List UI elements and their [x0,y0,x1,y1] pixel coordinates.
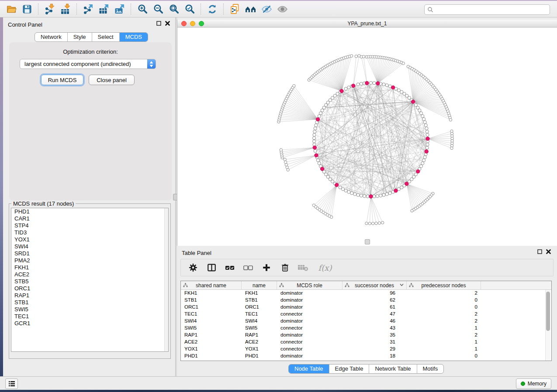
table-row[interactable]: SWI5SWI5connector431 [181,325,551,332]
network-view-canvas[interactable] [177,28,557,246]
table-header-row: shared namenameMCDS rolesuccessor nodesp… [181,281,551,290]
table-row[interactable]: SWI4SWI4dominator462 [181,318,551,325]
tab-mcds[interactable]: MCDS [119,33,148,41]
tab-network[interactable]: Network [35,33,67,41]
table-cell: 0 [407,297,481,304]
close-panel-icon[interactable] [546,249,551,254]
memory-button[interactable]: Memory [516,378,551,389]
list-item[interactable]: SWI4 [11,243,168,250]
table-cell: dominator [277,318,343,325]
create-column-button[interactable] [260,261,273,274]
delete-column-button[interactable] [279,261,291,274]
list-item[interactable]: YOX1 [11,236,168,243]
list-item[interactable]: PMA2 [11,257,168,264]
float-panel-icon[interactable] [537,249,542,254]
network-table-splitter-grip[interactable] [365,239,370,244]
list-item[interactable]: SWI5 [11,306,168,313]
table-row[interactable]: ORC1ORC1dominator610 [181,304,551,311]
import-network-button[interactable] [42,3,58,16]
table-row[interactable]: RAP1RAP1dominator352 [181,332,551,339]
table-row[interactable]: TEC1TEC1connector472 [181,311,551,318]
tab-node-table[interactable]: Node Table [289,364,329,373]
export-table-button[interactable] [96,3,112,16]
new-network-from-selection-button[interactable] [227,3,243,16]
network-window-titlebar[interactable]: YPA_prune.txt_1 [177,20,557,28]
search-input[interactable] [433,6,550,13]
first-neighbors-button[interactable] [243,3,259,16]
tab-motifs[interactable]: Motifs [417,364,444,373]
node-table: shared namenameMCDS rolesuccessor nodesp… [180,281,552,361]
optimization-criterion-label: Optimization criterion: [9,48,172,55]
list-item[interactable]: STB5 [11,278,168,285]
deselect-all-button[interactable] [242,261,254,274]
zoom-out-button[interactable] [150,3,166,16]
column-header[interactable]: MCDS role [277,281,343,289]
show-all-button[interactable] [274,3,290,16]
column-view-icon [207,263,217,272]
list-item[interactable]: ORC1 [11,285,168,292]
zoom-selected-button[interactable] [182,3,197,16]
refresh-icon [207,3,218,15]
export-image-button[interactable] [112,3,128,16]
tab-edge-table[interactable]: Edge Table [329,364,369,373]
search-field[interactable] [424,4,550,15]
table-cell: SWI4 [181,318,242,325]
export-network-button[interactable] [80,3,96,16]
table-cell: ACE2 [242,339,277,346]
list-item[interactable]: FKH1 [11,264,168,271]
table-row[interactable]: FKH1FKH1dominator962 [181,290,551,297]
float-panel-icon[interactable] [156,21,161,26]
run-mcds-button[interactable]: Run MCDS [41,75,83,85]
tab-select[interactable]: Select [92,33,119,41]
checked-boxes-icon [224,263,235,272]
table-row[interactable]: ACE2ACE2connector311 [181,339,551,346]
table-cell: SWI4 [242,318,277,325]
zoom-fit-button[interactable] [166,3,182,16]
zoom-in-button[interactable] [135,3,150,16]
list-item[interactable]: CAR1 [11,215,168,222]
toolbar-separator [38,3,39,15]
tab-style[interactable]: Style [67,33,92,41]
list-item[interactable]: STP4 [11,222,168,229]
list-item[interactable]: TEC1 [11,313,168,320]
list-item[interactable]: TID3 [11,229,168,236]
list-item[interactable]: STB1 [11,299,168,306]
list-item[interactable]: ACE2 [11,271,168,278]
list-item[interactable]: GCR1 [11,320,168,327]
save-session-button[interactable] [19,3,35,16]
table-cell: 0 [407,304,481,311]
result-scrollbar[interactable] [164,208,168,351]
control-panel: Control Panel Network Style Select MCDS … [3,17,175,376]
column-view-button[interactable] [205,261,218,274]
column-header[interactable]: successor nodes [343,281,407,289]
list-icon [8,381,15,387]
column-header[interactable]: name [242,281,277,289]
table-cell: connector [277,325,343,332]
close-panel-icon[interactable] [165,21,170,26]
apply-layout-button[interactable] [204,3,220,16]
table-cell: 18 [343,353,407,360]
list-item[interactable]: RAP1 [11,292,168,299]
table-settings-button[interactable] [187,261,199,274]
optimization-criterion-select[interactable]: largest connected component (undirected) [20,59,156,69]
table-scrollbar[interactable] [545,290,550,361]
list-item[interactable]: SRD1 [11,250,168,257]
close-panel-button[interactable]: Close panel [89,75,135,85]
table-cell: 96 [343,290,407,297]
select-all-button[interactable] [224,261,236,274]
open-session-button[interactable] [3,3,19,16]
delete-table-button[interactable] [297,261,309,274]
show-panel-list-button[interactable] [5,378,18,389]
table-scrollbar-thumb[interactable] [546,292,550,331]
column-header[interactable]: predecessor nodes [407,281,481,289]
function-builder-button[interactable]: f(x) [315,261,335,274]
mcds-result-list[interactable]: PHD1CAR1STP4TID3YOX1SWI4SRD1PMA2FKH1ACE2… [11,208,169,352]
list-item[interactable]: PHD1 [11,208,168,215]
table-row[interactable]: YOX1YOX1connector291 [181,346,551,353]
hide-selected-button[interactable] [259,3,274,16]
table-row[interactable]: STB1STB1dominator620 [181,297,551,304]
tab-network-table[interactable]: Network Table [369,364,416,373]
column-header[interactable]: shared name [181,281,242,289]
import-table-button[interactable] [58,3,73,16]
table-row[interactable]: PHD1PHD1dominator180 [181,353,551,360]
